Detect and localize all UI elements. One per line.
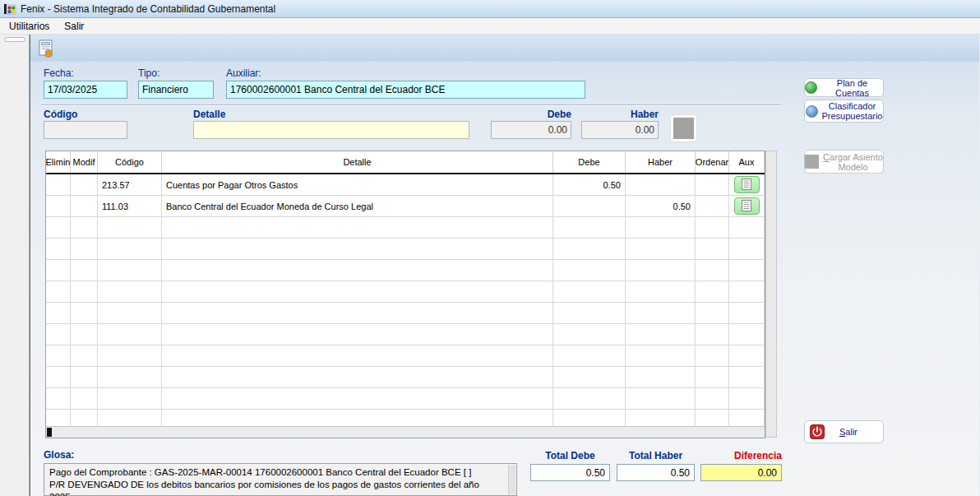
column-header-haber[interactable]: Haber bbox=[626, 151, 696, 173]
aux-document-icon bbox=[742, 178, 751, 192]
entries-table: EliminModifCódigoDetalleDebeHaberOrdenar… bbox=[45, 151, 765, 438]
salir-label: Salir bbox=[839, 427, 858, 437]
table-empty-row bbox=[46, 281, 765, 303]
blue-sphere-icon bbox=[806, 105, 818, 118]
salir-button[interactable]: Salir bbox=[804, 420, 884, 443]
window-title: Fenix - Sistema Integrado de Contabilida… bbox=[21, 3, 275, 15]
table-empty-row bbox=[46, 345, 765, 367]
haber-entry-field[interactable]: 0.00 bbox=[581, 121, 659, 139]
table-empty-row bbox=[46, 260, 765, 281]
add-entry-button[interactable] bbox=[670, 114, 697, 142]
column-header-elimin[interactable]: Elimin bbox=[46, 151, 71, 173]
gray-square-icon bbox=[673, 118, 694, 139]
plan-de-cuentas-button[interactable]: Plan de Cuentas bbox=[804, 78, 884, 97]
main-panel: Fecha: 17/03/2025 Tipo: Financiero Auxil… bbox=[30, 35, 979, 496]
column-header-detalle[interactable]: Detalle bbox=[162, 151, 553, 173]
detalle-entry-field[interactable] bbox=[193, 121, 469, 139]
aux-document-icon bbox=[742, 200, 751, 213]
tipo-field[interactable]: Financiero bbox=[138, 81, 214, 99]
table-row[interactable]: 111.03Banco Central del Ecuador Moneda d… bbox=[46, 196, 765, 217]
debe-entry-label: Debe bbox=[491, 109, 571, 120]
glosa-line2: P/R DEVENGADO DE los debitos bancarios p… bbox=[49, 479, 505, 496]
fecha-field[interactable]: 17/03/2025 bbox=[44, 81, 127, 99]
diferencia-label: Diferencia bbox=[700, 450, 782, 461]
menu-bar: Utilitarios Salir bbox=[0, 18, 980, 35]
table-empty-row bbox=[46, 324, 765, 345]
table-empty-row bbox=[46, 367, 765, 388]
total-debe-field: 0.50 bbox=[530, 464, 610, 481]
column-header-debe[interactable]: Debe bbox=[553, 151, 626, 173]
table-empty-row bbox=[46, 217, 765, 239]
clasificador-presupuestario-button[interactable]: ClasificadorPresupuestario bbox=[804, 100, 884, 123]
green-sphere-icon bbox=[805, 81, 817, 94]
detalle-entry-label: Detalle bbox=[193, 109, 225, 120]
menu-salir[interactable]: Salir bbox=[57, 19, 91, 34]
table-row[interactable]: 213.57Cuentas por Pagar Otros Gastos0.50 bbox=[46, 174, 765, 196]
glosa-scrollbar[interactable] bbox=[508, 465, 515, 494]
column-header-codigo[interactable]: Código bbox=[98, 151, 162, 173]
table-empty-row bbox=[46, 410, 765, 426]
left-rail bbox=[0, 35, 30, 496]
glosa-line1: Pago del Comprobante : GAS-2025-MAR-0001… bbox=[49, 466, 505, 479]
table-header-row: EliminModifCódigoDetalleDebeHaberOrdenar… bbox=[46, 151, 765, 174]
tipo-label: Tipo: bbox=[138, 67, 159, 79]
aux-button[interactable] bbox=[734, 197, 760, 215]
plan-de-cuentas-label: Plan de Cuentas bbox=[821, 78, 883, 98]
menu-utilitarios[interactable]: Utilitarios bbox=[2, 19, 57, 34]
journal-entry-icon[interactable] bbox=[37, 39, 57, 58]
table-empty-row bbox=[46, 303, 765, 324]
rail-collapse-handle[interactable] bbox=[4, 37, 25, 42]
gray-square-icon bbox=[805, 155, 819, 169]
auxiliar-field[interactable]: 1760002600001 Banco Central del Ecuador … bbox=[226, 81, 585, 99]
table-empty-row bbox=[46, 239, 765, 260]
app-icon bbox=[3, 2, 16, 16]
diferencia-field: 0.00 bbox=[700, 464, 782, 481]
table-body: 213.57Cuentas por Pagar Otros Gastos0.50… bbox=[46, 174, 765, 426]
column-header-ordenar[interactable]: Ordenar bbox=[696, 151, 729, 173]
column-header-aux[interactable]: Aux bbox=[729, 151, 765, 173]
power-icon bbox=[810, 424, 825, 439]
total-haber-field: 0.50 bbox=[617, 464, 695, 481]
vertical-scrollbar[interactable] bbox=[765, 151, 777, 438]
glosa-label: Glosa: bbox=[44, 449, 74, 461]
fecha-label: Fecha: bbox=[44, 67, 74, 79]
toolbar bbox=[30, 35, 979, 62]
codigo-entry-field[interactable] bbox=[44, 121, 127, 139]
form-separator bbox=[41, 104, 781, 106]
haber-entry-label: Haber bbox=[581, 109, 659, 120]
total-haber-label: Total Haber bbox=[617, 450, 695, 461]
auxiliar-label: Auxiliar: bbox=[226, 67, 261, 79]
aux-button[interactable] bbox=[734, 176, 760, 193]
clasificador-label: ClasificadorPresupuestario bbox=[822, 101, 883, 121]
title-bar: Fenix - Sistema Integrado de Contabilida… bbox=[0, 0, 980, 18]
column-header-modif[interactable]: Modif bbox=[71, 151, 98, 173]
cargar-asiento-label: Cargar AsientoModelo bbox=[823, 152, 883, 172]
codigo-entry-label: Código bbox=[44, 109, 77, 120]
total-debe-label: Total Debe bbox=[530, 450, 610, 461]
horizontal-scrollbar-thumb[interactable] bbox=[47, 428, 52, 437]
horizontal-scrollbar[interactable] bbox=[46, 426, 765, 438]
table-empty-row bbox=[46, 388, 765, 410]
glosa-textarea[interactable]: Pago del Comprobante : GAS-2025-MAR-0001… bbox=[44, 463, 517, 496]
debe-entry-field[interactable]: 0.00 bbox=[491, 121, 571, 139]
cargar-asiento-modelo-button[interactable]: Cargar AsientoModelo bbox=[804, 150, 884, 174]
